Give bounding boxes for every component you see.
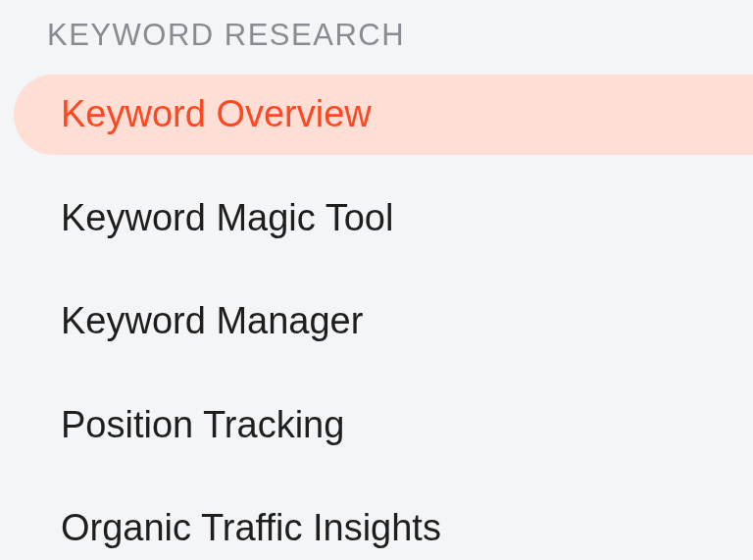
section-header: KEYWORD RESEARCH — [0, 18, 753, 53]
nav-list: Keyword Overview Keyword Magic Tool Keyw… — [0, 75, 753, 560]
nav-item-keyword-manager[interactable]: Keyword Manager — [14, 281, 753, 362]
nav-item-position-tracking[interactable]: Position Tracking — [14, 385, 753, 466]
sidebar-nav: KEYWORD RESEARCH Keyword Overview Keywor… — [0, 0, 753, 560]
nav-item-organic-traffic-insights[interactable]: Organic Traffic Insights — [14, 488, 753, 560]
nav-item-keyword-magic-tool[interactable]: Keyword Magic Tool — [14, 178, 753, 259]
nav-item-keyword-overview[interactable]: Keyword Overview — [14, 75, 753, 155]
